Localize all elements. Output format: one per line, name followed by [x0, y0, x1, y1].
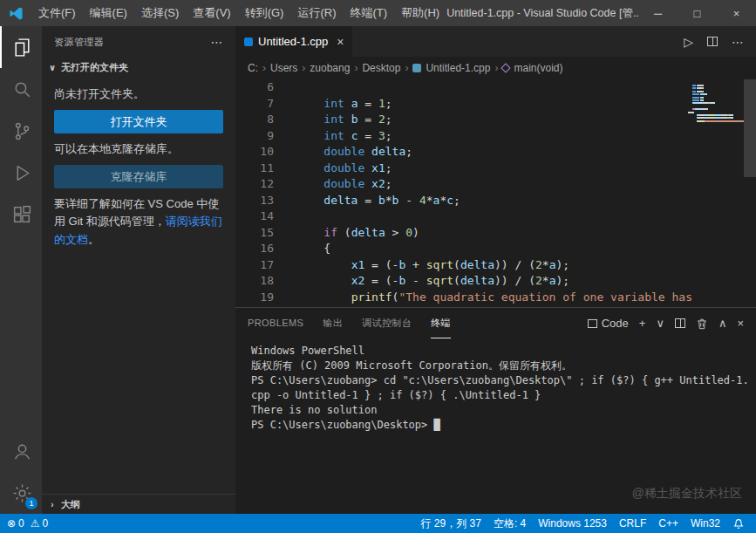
menu-item-6[interactable]: 终端(T): [343, 0, 394, 26]
tab-close-icon[interactable]: ×: [337, 35, 344, 49]
panel-tab-3[interactable]: 终端: [431, 308, 451, 338]
warning-icon: ⚠: [31, 517, 40, 530]
cpp-file-icon: [412, 64, 421, 72]
outline-section[interactable]: › 大纲: [42, 494, 235, 514]
status-right-items: 行 29，列 37空格: 4Windows 1253CRLFC++Win32: [415, 516, 726, 531]
kill-terminal-icon[interactable]: [696, 318, 708, 330]
vscode-logo-icon: [0, 6, 31, 21]
menu-bar: 文件(F)编辑(E)选择(S)查看(V)转到(G)运行(R)终端(T)帮助(H): [31, 0, 446, 26]
code-line[interactable]: 10 double delta;: [235, 144, 756, 161]
close-panel-icon[interactable]: ×: [737, 317, 744, 330]
line-number: 17: [235, 257, 274, 274]
split-editor-icon[interactable]: [707, 37, 718, 46]
status-language-mode[interactable]: C++: [652, 517, 684, 530]
menu-item-7[interactable]: 帮助(H): [394, 0, 446, 26]
terminal-dropdown-icon[interactable]: ∨: [656, 317, 664, 330]
line-number: 8: [235, 112, 274, 128]
breadcrumb-item[interactable]: C:: [248, 62, 258, 74]
code-line[interactable]: 6: [235, 79, 756, 96]
status-cursor-position[interactable]: 行 29，列 37: [415, 516, 487, 531]
status-indentation[interactable]: 空格: 4: [487, 516, 532, 531]
new-terminal-button[interactable]: +: [639, 317, 646, 330]
code-line[interactable]: 7 int a = 1;: [235, 96, 756, 113]
code-line[interactable]: 17 x1 = (-b + sqrt(delta)) / (2*a);: [235, 257, 756, 274]
breadcrumb-separator: ›: [354, 62, 358, 74]
code-line[interactable]: 14: [235, 208, 756, 225]
editor-scrollbar[interactable]: [744, 79, 756, 177]
breadcrumb-item[interactable]: main(void): [514, 62, 562, 74]
panel-tab-1[interactable]: 输出: [323, 308, 343, 338]
status-eol[interactable]: CRLF: [613, 517, 652, 530]
breadcrumb-separator: ›: [405, 62, 408, 74]
menu-item-0[interactable]: 文件(F): [31, 0, 83, 26]
close-button[interactable]: ×: [717, 0, 756, 26]
breadcrumb-item[interactable]: Desktop: [362, 62, 400, 74]
editor-more-icon[interactable]: ⋯: [732, 35, 744, 49]
breadcrumb-separator: ›: [494, 62, 498, 74]
sidebar-title: 资源管理器: [54, 36, 105, 49]
extensions-icon[interactable]: [0, 194, 42, 236]
editor-code-area[interactable]: 67 int a = 1;8 int b = 2;9 int c = 3;10 …: [235, 79, 756, 307]
terminal-line: 版权所有 (C) 2009 Microsoft Corporation。保留所有…: [251, 359, 756, 373]
explorer-icon[interactable]: [0, 26, 42, 68]
code-line[interactable]: 19 printf("The quadratic equation of one…: [235, 290, 756, 306]
run-debug-icon[interactable]: [0, 152, 42, 194]
terminal-icon: [588, 319, 597, 328]
section-title: 无打开的文件夹: [61, 61, 128, 74]
code-line[interactable]: 9 int c = 3;: [235, 128, 756, 145]
code-line[interactable]: 12 double x2;: [235, 176, 756, 193]
code-line[interactable]: 15 if (delta > 0): [235, 225, 756, 242]
status-target-platform[interactable]: Win32: [684, 517, 726, 530]
code-line[interactable]: 8 int b = 2;: [235, 112, 756, 128]
line-number: 6: [235, 79, 274, 96]
maximize-button[interactable]: □: [678, 0, 717, 26]
problems-status[interactable]: ⊗ 0 ⚠ 0: [0, 517, 48, 530]
notifications-bell-icon[interactable]: [726, 517, 751, 530]
panel-tab-0[interactable]: PROBLEMS: [248, 308, 303, 338]
no-folder-text: 尚未打开文件夹。: [54, 85, 223, 103]
minimize-button[interactable]: ─: [638, 0, 678, 26]
maximize-panel-icon[interactable]: ∧: [719, 317, 727, 330]
settings-gear-icon[interactable]: 1: [0, 472, 42, 514]
minimap-line: [688, 120, 744, 122]
terminal-line: cpp -o Untitled-1 } ; if ($?) { .\Untitl…: [251, 388, 756, 403]
sidebar-content: 尚未打开文件夹。 打开文件夹 可以在本地克隆存储库。 克隆存储库 要详细了解如何…: [42, 77, 235, 257]
code-line[interactable]: 13 delta = b*b - 4*a*c;: [235, 193, 756, 209]
search-icon[interactable]: [0, 68, 42, 110]
menu-item-2[interactable]: 选择(S): [134, 0, 186, 26]
clone-repo-button[interactable]: 克隆存储库: [54, 165, 223, 188]
panel-tab-2[interactable]: 调试控制台: [362, 308, 412, 338]
menu-item-3[interactable]: 查看(V): [186, 0, 237, 26]
line-number: 19: [235, 290, 274, 306]
more-actions-icon[interactable]: ⋯: [211, 35, 224, 49]
git-docs-text: 要详细了解如何在 VS Code 中使用 Git 和源代码管理，请阅读我们的文档…: [54, 195, 223, 248]
open-folder-button[interactable]: 打开文件夹: [54, 110, 223, 133]
breadcrumb-item[interactable]: zuobang: [310, 62, 350, 74]
section-no-folder[interactable]: ∨ 无打开的文件夹: [42, 58, 235, 77]
watermark: @稀土掘金技术社区: [632, 486, 742, 502]
tab-untitled-1[interactable]: Untitled-1.cpp ×: [235, 26, 352, 57]
menu-item-5[interactable]: 运行(R): [290, 0, 343, 26]
code-line[interactable]: 11 double x1;: [235, 161, 756, 177]
source-control-icon[interactable]: [0, 110, 42, 152]
split-terminal-icon[interactable]: [675, 318, 685, 328]
account-icon[interactable]: [0, 430, 42, 472]
run-file-button[interactable]: ▷: [684, 35, 693, 49]
menu-item-4[interactable]: 转到(G): [238, 0, 291, 26]
error-icon: ⊗: [7, 517, 16, 530]
code-line[interactable]: 16 {: [235, 241, 756, 257]
window-controls: ─ □ ×: [638, 0, 756, 26]
code-line[interactable]: 18 x2 = (-b - sqrt(delta)) / (2*a);: [235, 273, 756, 290]
breadcrumb-item[interactable]: Users: [270, 62, 297, 74]
editor-actions: ▷ ⋯: [684, 26, 756, 57]
outline-title: 大纲: [61, 498, 80, 511]
chevron-right-icon: ›: [47, 500, 58, 509]
status-bar: ⊗ 0 ⚠ 0 行 29，列 37空格: 4Windows 1253CRLFC+…: [0, 514, 756, 533]
status-encoding[interactable]: Windows 1253: [532, 517, 613, 530]
breadcrumb-item[interactable]: Untitled-1.cpp: [426, 62, 490, 74]
method-icon: [501, 63, 511, 72]
minimap[interactable]: [688, 81, 744, 122]
menu-item-1[interactable]: 编辑(E): [83, 0, 134, 26]
bottom-panel: PROBLEMS输出调试控制台终端 Code + ∨ ∧ ×: [235, 307, 756, 514]
terminal-profile-select[interactable]: Code: [588, 317, 629, 330]
